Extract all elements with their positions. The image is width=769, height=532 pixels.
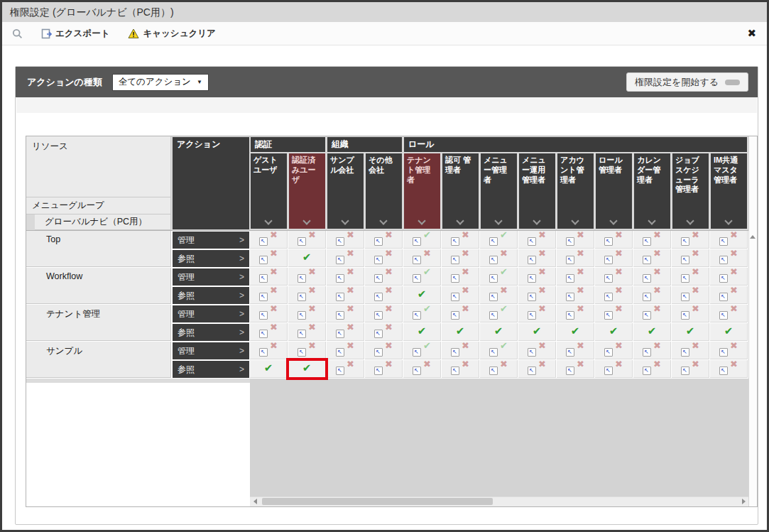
permission-cell[interactable]: ↖✖ — [327, 249, 364, 267]
permission-cell[interactable]: ↖✖ — [595, 305, 633, 322]
action-cell[interactable]: 参照> — [173, 324, 249, 341]
permission-cell[interactable]: ↖✖ — [365, 286, 403, 304]
permission-cell[interactable]: ↖✖ — [672, 305, 709, 322]
permission-cell[interactable]: ↖✖ — [250, 305, 288, 322]
permission-cell[interactable]: ↖✖ — [365, 231, 403, 249]
role-column-header[interactable]: アカウント管理者 — [557, 153, 594, 229]
permission-cell[interactable]: ↖✖ — [710, 305, 748, 322]
permission-cell[interactable]: ↖✖ — [365, 323, 403, 341]
permission-cell[interactable]: ↖✖ — [327, 268, 364, 286]
permission-cell[interactable]: ↖✖ — [288, 286, 326, 304]
action-cell[interactable]: 参照> — [173, 361, 249, 378]
permission-cell[interactable]: ✔ — [557, 323, 594, 341]
role-column-header[interactable]: 認可 管理者 — [442, 153, 479, 229]
permission-cell[interactable]: ↖✖ — [480, 360, 518, 378]
permission-cell[interactable]: ↖✔ — [480, 231, 518, 249]
permission-cell[interactable]: ↖✖ — [633, 268, 671, 286]
permission-cell[interactable]: ↖✖ — [442, 231, 479, 249]
permission-cell[interactable]: ↖✖ — [710, 342, 748, 359]
permission-cell[interactable]: ↖✖ — [672, 231, 709, 249]
start-permission-button[interactable]: 権限設定を開始する — [626, 72, 748, 92]
menu-group-item-row[interactable]: グローバルナビ（PC用） — [26, 215, 171, 230]
permission-cell[interactable]: ↖✔ — [403, 305, 441, 322]
action-cell[interactable]: 管理> — [173, 305, 249, 322]
permission-cell[interactable]: ↖✖ — [518, 342, 556, 359]
role-column-header[interactable]: メニュー管理者 — [481, 153, 517, 229]
permission-cell[interactable]: ↖✖ — [327, 342, 364, 359]
role-column-header[interactable]: メニュー運用管理者 — [519, 153, 555, 229]
permission-cell[interactable]: ↖✖ — [633, 286, 671, 304]
permission-cell[interactable]: ↖✖ — [288, 305, 326, 322]
permission-cell[interactable]: ↖✖ — [288, 268, 326, 286]
scroll-up-icon[interactable] — [750, 235, 756, 239]
permission-cell[interactable]: ↖✖ — [710, 249, 748, 267]
permission-cell[interactable]: ↖✖ — [288, 231, 326, 249]
permission-cell[interactable]: ↖✖ — [480, 286, 518, 304]
permission-cell[interactable]: ↖✖ — [442, 305, 479, 322]
permission-cell[interactable]: ↖✖ — [365, 342, 403, 359]
permission-cell[interactable]: ↖✖ — [250, 286, 288, 304]
action-cell[interactable]: 参照> — [173, 250, 249, 267]
permission-cell[interactable]: ✔ — [710, 323, 748, 341]
close-icon[interactable]: ✖ — [747, 28, 756, 39]
permission-cell[interactable]: ↖✖ — [442, 360, 479, 378]
permission-cell[interactable]: ↖✖ — [633, 305, 671, 322]
role-column-header[interactable]: ゲストユーザ — [251, 153, 287, 229]
permission-cell[interactable]: ↖✖ — [633, 342, 671, 359]
action-cell[interactable]: 管理> — [173, 342, 249, 359]
permission-cell[interactable]: ↖✖ — [633, 231, 671, 249]
permission-cell[interactable]: ↖✖ — [710, 268, 748, 286]
permission-cell[interactable]: ✔ — [480, 323, 518, 341]
permission-cell[interactable]: ↖✖ — [557, 231, 594, 249]
permission-cell[interactable]: ↖✖ — [595, 249, 633, 267]
permission-cell[interactable]: ↖✖ — [250, 268, 288, 286]
role-column-header[interactable]: 認証済みユーザ — [289, 153, 325, 229]
role-column-header[interactable]: ロール管理者 — [596, 153, 632, 229]
cache-clear-button[interactable]: キャッシュクリア — [128, 28, 215, 40]
permission-cell[interactable]: ↖✖ — [403, 360, 441, 378]
permission-cell[interactable]: ↖✔ — [403, 231, 441, 249]
permission-cell[interactable]: ↖✖ — [557, 360, 594, 378]
permission-cell[interactable]: ↖✖ — [595, 268, 633, 286]
vertical-scrollbar-track[interactable] — [748, 136, 757, 506]
role-column-header[interactable]: カレンダー管理者 — [634, 153, 670, 229]
permission-cell[interactable]: ↖✖ — [672, 286, 709, 304]
permission-cell[interactable]: ↖✖ — [327, 286, 364, 304]
permission-cell[interactable]: ↖✖ — [633, 249, 671, 267]
permission-cell[interactable]: ✔ — [518, 323, 556, 341]
permission-cell[interactable]: ↖✖ — [327, 305, 364, 322]
permission-cell[interactable]: ✔ — [403, 323, 441, 341]
permission-cell[interactable]: ↖✖ — [288, 323, 326, 341]
action-cell[interactable]: 参照> — [173, 287, 249, 304]
permission-cell[interactable]: ↖✖ — [365, 305, 403, 322]
permission-cell[interactable]: ↖✖ — [365, 360, 403, 378]
permission-cell[interactable]: ↖✖ — [710, 360, 748, 378]
permission-cell[interactable]: ↖✖ — [557, 268, 594, 286]
permission-cell[interactable]: ↖✖ — [557, 286, 594, 304]
permission-cell[interactable]: ↖✖ — [710, 231, 748, 249]
permission-cell[interactable]: ↖✖ — [518, 286, 556, 304]
permission-cell[interactable]: ↖✔ — [403, 342, 441, 359]
permission-cell[interactable]: ↖✖ — [633, 360, 671, 378]
horizontal-scrollbar-thumb[interactable] — [262, 498, 493, 505]
permission-cell[interactable]: ↖✖ — [327, 360, 364, 378]
permission-cell[interactable]: ↖✔ — [403, 268, 441, 286]
permission-cell[interactable]: ↖✖ — [403, 249, 441, 267]
permission-cell[interactable]: ↖✖ — [288, 342, 326, 359]
permission-cell[interactable]: ↖✖ — [365, 249, 403, 267]
permission-cell[interactable]: ↖✖ — [672, 342, 709, 359]
permission-cell[interactable]: ↖✖ — [327, 231, 364, 249]
permission-cell[interactable]: ↖✖ — [595, 342, 633, 359]
permission-cell[interactable]: ↖✖ — [518, 268, 556, 286]
permission-cell[interactable]: ↖✖ — [250, 323, 288, 341]
permission-cell[interactable]: ↖✖ — [442, 286, 479, 304]
permission-cell[interactable]: ↖✖ — [672, 249, 709, 267]
permission-cell[interactable]: ↖✖ — [557, 249, 594, 267]
permission-cell[interactable]: ↖✖ — [672, 360, 709, 378]
role-column-header[interactable]: ジョブスケジューラ管理者 — [672, 153, 709, 229]
permission-cell[interactable]: ↖✖ — [250, 249, 288, 267]
permission-cell[interactable]: ↖✖ — [250, 342, 288, 359]
permission-cell[interactable]: ↖✖ — [518, 360, 556, 378]
permission-cell[interactable]: ↖✖ — [518, 305, 556, 322]
export-button[interactable]: エクスポート — [41, 28, 109, 40]
